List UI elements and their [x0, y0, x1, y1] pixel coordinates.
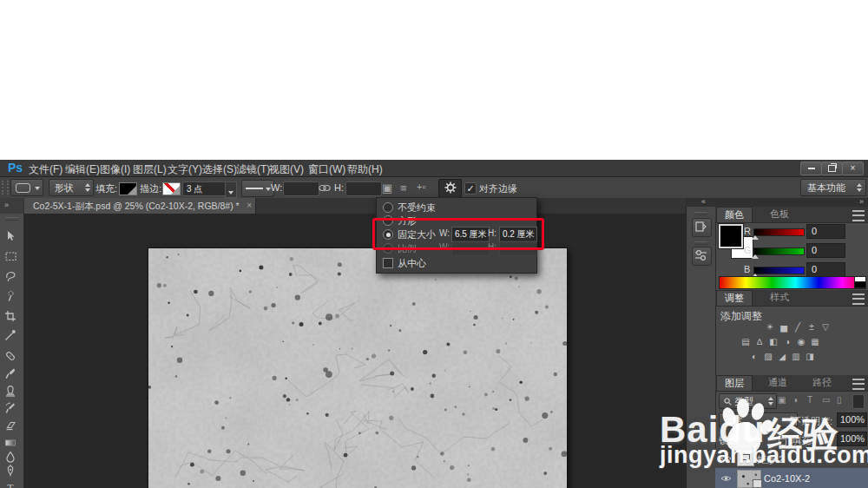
options-bar-grip[interactable] [2, 181, 9, 195]
adjustment-icon-threshold[interactable]: ◢ [776, 351, 788, 362]
tool-quick-select[interactable] [3, 289, 20, 306]
lock-transparency-icon[interactable]: ▦ [746, 434, 754, 443]
path-arrangement-icon[interactable]: +▫ [417, 181, 425, 192]
visibility-eye-icon[interactable] [720, 454, 732, 463]
fill-color-swatch[interactable] [119, 182, 137, 195]
double-chevron-right-icon[interactable]: » [4, 201, 9, 209]
adjustment-filter-icon[interactable]: ◑ [792, 395, 798, 405]
menu-type[interactable]: 文字(Y) [168, 162, 202, 177]
blue-value-field[interactable]: 0 [806, 262, 845, 277]
fill-field[interactable]: 100% [837, 432, 867, 446]
red-slider-thumb[interactable] [752, 235, 759, 240]
menu-view[interactable]: 视图(V) [269, 162, 304, 177]
canvas-pasteboard[interactable] [23, 214, 686, 488]
adjustment-icon-selective-color[interactable]: ◨ [804, 351, 816, 362]
option-from-center[interactable]: 从中心 [377, 257, 536, 269]
red-slider[interactable] [753, 228, 805, 236]
smart-filter-icon[interactable]: ▯ [837, 395, 842, 405]
checkbox-icon[interactable] [383, 258, 393, 268]
menu-help[interactable]: 帮助(H) [347, 162, 383, 177]
tab-layers[interactable]: 图层 [716, 375, 753, 391]
tool-mode-select[interactable]: 形状 [49, 179, 94, 196]
link-dimensions-icon[interactable] [319, 184, 331, 192]
geometry-options-gear-button[interactable] [438, 179, 462, 198]
adjustment-icon-vibrance[interactable]: ▽ [819, 321, 832, 333]
expand-panels-icon[interactable]: » [859, 197, 864, 206]
shape-width-field[interactable] [283, 181, 319, 196]
menu-select[interactable]: 选择(S) [202, 162, 237, 177]
adjustment-icon-hue-saturation[interactable]: ▤ [740, 336, 752, 347]
adjustment-icon-invert[interactable]: ◐ [748, 351, 760, 362]
tool-eraser[interactable] [3, 419, 20, 435]
adjustment-icon-curves[interactable]: ╱ [792, 321, 804, 333]
stroke-width-dropdown[interactable] [225, 181, 237, 198]
layer-row-co2[interactable]: Co2-10X-2 [715, 468, 868, 488]
blue-slider[interactable] [753, 267, 805, 274]
tool-eyedropper[interactable] [3, 328, 20, 345]
lock-all-icon[interactable] [779, 439, 786, 445]
shape-height-field[interactable] [345, 181, 382, 196]
lock-pixels-icon[interactable]: ∕ [758, 434, 760, 443]
menu-filter[interactable]: 滤镜(T) [236, 162, 270, 177]
adjustment-icon-channel-mixer[interactable]: ◉ [795, 336, 807, 347]
foreground-color-swatch[interactable] [719, 224, 743, 248]
green-slider-thumb[interactable] [752, 254, 759, 259]
green-slider[interactable] [753, 247, 805, 255]
document-canvas[interactable] [148, 247, 568, 488]
menu-window[interactable]: 窗口(W) [308, 162, 345, 177]
option-unconstrained[interactable]: 不受约束 [377, 201, 536, 214]
adjustment-icon-color-balance[interactable]: ∆ [753, 336, 766, 347]
menu-image[interactable]: 图像(I) [100, 162, 130, 177]
layer-thumbnail[interactable] [737, 451, 754, 466]
collapsed-panel-properties-button[interactable] [692, 247, 712, 266]
tool-pen[interactable] [3, 464, 20, 480]
tool-crop[interactable] [3, 309, 20, 326]
stroke-width-field[interactable]: 3 点 [182, 181, 229, 196]
tab-channels[interactable]: 通道 [760, 375, 795, 390]
tool-clone-stamp[interactable] [3, 384, 20, 400]
path-alignment-icon[interactable]: ≡ [400, 181, 407, 195]
tool-type[interactable]: T [3, 480, 20, 488]
tab-swatches[interactable]: 色板 [762, 207, 797, 221]
panel-menu-icon[interactable] [852, 210, 865, 221]
color-spectrum-ramp[interactable] [719, 276, 866, 289]
menu-layer[interactable]: 图层(L) [133, 162, 167, 177]
lock-position-icon[interactable]: + [768, 434, 773, 443]
tool-brush[interactable] [3, 366, 20, 383]
green-value-field[interactable]: 0 [806, 243, 845, 258]
restore-button[interactable] [821, 162, 843, 175]
blend-mode-select[interactable]: 正常 [719, 412, 798, 428]
collapsed-panel-history-button[interactable] [692, 218, 712, 237]
opacity-field[interactable]: 100% [837, 412, 867, 427]
tab-color[interactable]: 颜色 [716, 207, 753, 222]
tool-move[interactable] [3, 229, 20, 246]
panel-menu-icon[interactable] [852, 379, 865, 390]
menu-file[interactable]: 文件(F) [29, 162, 62, 177]
workspace-select[interactable]: 基本功能 [800, 179, 866, 196]
tab-close-icon[interactable]: × [247, 201, 252, 210]
red-value-field[interactable]: 0 [806, 224, 845, 239]
type-filter-icon[interactable]: T [807, 395, 812, 405]
tool-marquee[interactable] [3, 249, 20, 266]
minimize-button[interactable] [800, 162, 822, 175]
menu-edit[interactable]: 编辑(E) [65, 162, 100, 177]
adjustment-icon-black-white[interactable]: ◧ [767, 336, 779, 347]
stroke-color-swatch[interactable] [162, 182, 181, 195]
spectrum-black-swatch[interactable] [854, 281, 866, 288]
tab-adjustments[interactable]: 调整 [716, 290, 753, 306]
panel-menu-icon[interactable] [852, 293, 865, 305]
tab-styles[interactable]: 样式 [762, 290, 797, 305]
close-button[interactable]: × [842, 162, 864, 175]
adjustment-icon-levels[interactable]: ▅ [778, 321, 790, 333]
stroke-style-select[interactable] [241, 180, 274, 197]
document-tab[interactable]: Co2-5X-1-副本.psd @ 25% (Co2-10X-2, RGB/8#… [24, 198, 256, 214]
tool-history-brush[interactable] [3, 401, 20, 418]
tool-lasso[interactable] [3, 269, 20, 286]
layer-filter-toggle[interactable] [852, 394, 865, 409]
align-edges-checkbox[interactable]: ✓ [464, 182, 477, 195]
adjustment-icon-brightness-contrast[interactable]: ☀ [764, 321, 776, 333]
pixel-filter-icon[interactable]: ▣ [778, 395, 786, 405]
adjustment-icon-exposure[interactable]: ± [806, 321, 818, 333]
layer-row-rect[interactable]: 矩形 2 [715, 448, 868, 469]
adjustment-icon-posterize[interactable]: ▨ [762, 351, 774, 362]
